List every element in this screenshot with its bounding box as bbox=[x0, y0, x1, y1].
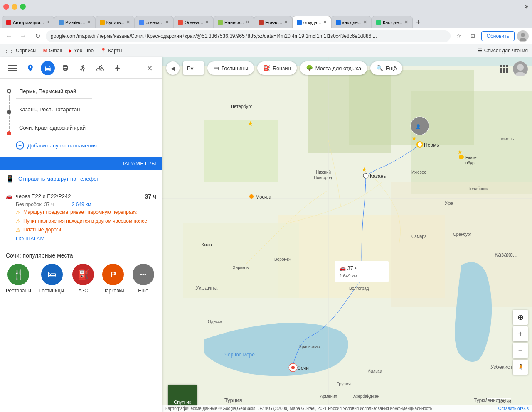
tab-nanese[interactable]: Нанесе... ✕ bbox=[213, 16, 254, 28]
bookmark-gmail[interactable]: M Gmail bbox=[43, 48, 62, 54]
minimize-window-btn[interactable] bbox=[12, 4, 17, 10]
parking-icon: P bbox=[102, 264, 124, 285]
tab-kak-sde2[interactable]: Как сде... ✕ bbox=[372, 16, 413, 28]
directions-icon[interactable] bbox=[23, 61, 37, 75]
map-controls: ⊕ + − 🧍 bbox=[513, 310, 528, 375]
split-view-icon[interactable]: ⊡ bbox=[467, 30, 479, 42]
tab-avtorizatsiya[interactable]: Авторизация... ✕ bbox=[2, 16, 54, 28]
tab-close-btn[interactable]: ✕ bbox=[87, 20, 91, 25]
tab-kupite[interactable]: Купить... ✕ bbox=[95, 16, 135, 28]
tab-otkuda[interactable]: откуда... ✕ bbox=[292, 16, 331, 28]
rest-filter-chip[interactable]: 🌳 Места для отдыха bbox=[300, 61, 367, 75]
car-transport-icon[interactable] bbox=[41, 61, 55, 75]
url-input[interactable] bbox=[46, 30, 451, 42]
mid-location-input[interactable] bbox=[16, 102, 92, 117]
tab-label: Новая... bbox=[265, 20, 282, 25]
leave-feedback-link[interactable]: Оставить отзыв bbox=[498, 406, 529, 411]
plane-transport-icon[interactable] bbox=[111, 61, 125, 75]
warning-tolls: ⚠ Платные дороги bbox=[16, 226, 156, 233]
svg-rect-13 bbox=[204, 120, 278, 182]
more-label: Ещё bbox=[138, 288, 148, 294]
popular-item-parking[interactable]: P Парковки bbox=[102, 264, 124, 294]
settings-icon[interactable]: ⚙ bbox=[524, 4, 529, 10]
tab-close-btn[interactable]: ✕ bbox=[46, 20, 49, 25]
warning-icon-3: ⚠ bbox=[16, 227, 21, 233]
update-button[interactable]: Обновить bbox=[481, 31, 515, 41]
popular-item-restaurants[interactable]: 🍴 Рестораны bbox=[6, 264, 31, 294]
add-icon: + bbox=[16, 141, 24, 150]
popular-item-hotels[interactable]: 🛏 Гостиницы bbox=[39, 264, 64, 294]
route-mode-select[interactable]: Ру Км bbox=[183, 61, 204, 75]
location-button[interactable]: ⊕ bbox=[513, 310, 528, 325]
tab-close-btn[interactable]: ✕ bbox=[126, 20, 130, 25]
restaurants-icon: 🍴 bbox=[7, 264, 29, 285]
steps-link[interactable]: ПО ШАГАМ bbox=[16, 235, 156, 242]
svg-rect-68 bbox=[503, 65, 505, 67]
tab-novaya[interactable]: Новая... ✕ bbox=[254, 16, 292, 28]
end-location-input[interactable] bbox=[16, 120, 92, 135]
add-destination-button[interactable]: + Добавить пункт назначения bbox=[16, 139, 156, 152]
zoom-out-button[interactable]: − bbox=[513, 343, 528, 358]
satellite-label: Спутник bbox=[174, 400, 191, 405]
svg-text:2 649 км: 2 649 км bbox=[339, 273, 357, 278]
tab-google1[interactable]: огнеза... ✕ bbox=[135, 16, 173, 28]
tab-close-btn[interactable]: ✕ bbox=[284, 20, 288, 25]
close-directions-icon[interactable] bbox=[142, 61, 157, 76]
bike-transport-icon[interactable] bbox=[93, 61, 107, 75]
gas-filter-chip[interactable]: ⛽ Бензин bbox=[257, 61, 296, 75]
parameters-section[interactable]: ПАРАМЕТРЫ bbox=[0, 157, 162, 170]
send-to-phone-button[interactable]: 📱 Отправить маршрут на телефон bbox=[0, 170, 162, 188]
start-location-input[interactable] bbox=[16, 84, 92, 99]
zoom-in-button[interactable]: + bbox=[513, 326, 528, 341]
tab-plasitec[interactable]: Plasitec... ✕ bbox=[54, 16, 95, 28]
tab-kak-sde1[interactable]: как сде... ✕ bbox=[331, 16, 372, 28]
bookmark-youtube[interactable]: ▶ YouTube bbox=[69, 48, 94, 54]
tab-close-btn[interactable]: ✕ bbox=[363, 20, 367, 25]
main-content: + Добавить пункт назначения ПАРАМЕТРЫ 📱 … bbox=[0, 57, 532, 412]
reading-list-button[interactable]: ☰ Список для чтения bbox=[478, 48, 528, 54]
warning-text-3: Платные дороги bbox=[23, 226, 61, 233]
tab-close-btn[interactable]: ✕ bbox=[404, 20, 408, 25]
svg-text:👤: 👤 bbox=[416, 124, 421, 129]
svg-text:Армения: Армения bbox=[320, 394, 337, 399]
google-apps-icon[interactable] bbox=[496, 61, 511, 76]
bookmark-maps[interactable]: 📍 Карты bbox=[100, 48, 122, 54]
pegman-button[interactable]: 🧍 bbox=[513, 360, 528, 375]
tab-close-btn[interactable]: ✕ bbox=[246, 20, 249, 25]
svg-text:Турция: Турция bbox=[224, 397, 242, 403]
transit-transport-icon[interactable] bbox=[58, 61, 72, 75]
maximize-window-btn[interactable] bbox=[20, 4, 26, 10]
tab-close-btn[interactable]: ✕ bbox=[165, 20, 169, 25]
svg-rect-3 bbox=[8, 68, 17, 69]
tab-close-btn[interactable]: ✕ bbox=[205, 20, 209, 25]
svg-rect-74 bbox=[503, 71, 505, 73]
svg-point-77 bbox=[517, 64, 524, 71]
parameters-label: ПАРАМЕТРЫ bbox=[120, 160, 156, 167]
popular-item-more[interactable]: ••• Ещё bbox=[133, 264, 154, 294]
refresh-button[interactable]: ↻ bbox=[32, 30, 43, 42]
user-profile-avatar[interactable] bbox=[513, 61, 528, 76]
walk-transport-icon[interactable] bbox=[76, 61, 90, 75]
hamburger-menu-icon[interactable] bbox=[5, 61, 20, 76]
bookmark-servisy[interactable]: ⋮⋮ Сервисы bbox=[4, 48, 37, 54]
svg-text:Волгоград: Волгоград bbox=[349, 286, 369, 291]
map-collapse-btn[interactable]: ◀ bbox=[166, 61, 180, 75]
profile-avatar[interactable] bbox=[517, 30, 529, 42]
more-filter-chip[interactable]: 🔍 Ещё bbox=[370, 61, 403, 75]
route-name: 🚗 через Е22 и Е22/Р242 bbox=[6, 193, 71, 199]
hotels-filter-chip[interactable]: 🛏 Гостиницы bbox=[207, 61, 254, 75]
map-area[interactable]: Петербург Москва Нижний Новгород Казань … bbox=[162, 57, 532, 412]
tab-ognezan[interactable]: Огнеза... ✕ bbox=[173, 16, 213, 28]
satellite-toggle-button[interactable]: Спутник bbox=[168, 385, 197, 406]
tab-close-btn[interactable]: ✕ bbox=[323, 20, 327, 25]
new-tab-button[interactable]: + bbox=[413, 17, 424, 28]
youtube-icon: ▶ bbox=[69, 48, 72, 54]
svg-text:Краснодар: Краснодар bbox=[299, 344, 320, 349]
popular-item-gas[interactable]: ⛽ АЗС bbox=[72, 264, 94, 294]
satellite-bg: Спутник bbox=[168, 385, 197, 406]
close-window-btn[interactable] bbox=[3, 4, 9, 10]
forward-button[interactable]: → bbox=[17, 30, 29, 42]
bookmark-star-icon[interactable]: ☆ bbox=[453, 30, 465, 42]
back-button[interactable]: ← bbox=[3, 30, 15, 42]
map-svg: Петербург Москва Нижний Новгород Казань … bbox=[162, 57, 532, 412]
